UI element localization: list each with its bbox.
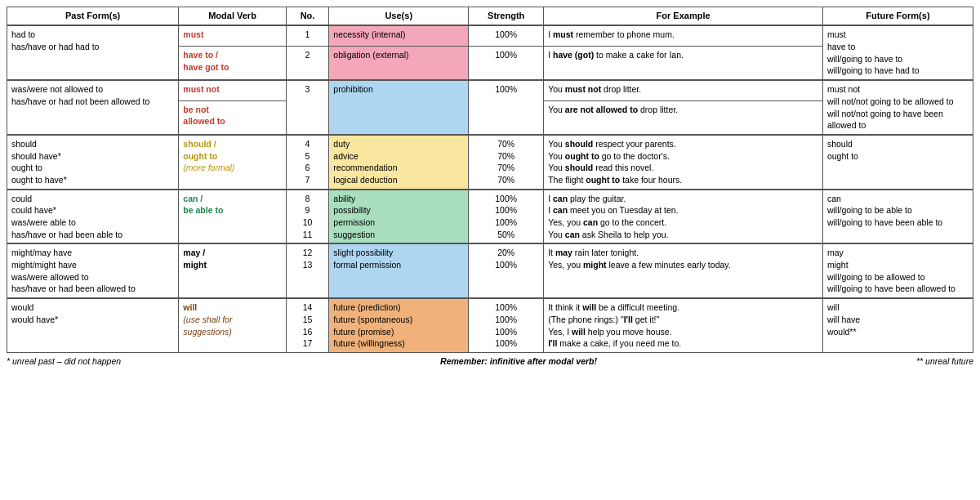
header-modal: Modal Verb xyxy=(179,7,286,26)
header-future: Future Form(s) xyxy=(822,7,973,26)
section1-future: musthave towill/going to have towill/goi… xyxy=(822,25,973,80)
section4-future: canwill/going to be able towill/going to… xyxy=(822,190,973,244)
header-uses: Use(s) xyxy=(329,7,469,26)
modal-have-to: have to /have got to xyxy=(179,46,286,80)
header-past: Past Form(s) xyxy=(7,7,179,26)
section6-past: wouldwould have* xyxy=(7,298,179,352)
modal-will: will(use shall forsuggestions) xyxy=(179,298,286,352)
header-example: For Example xyxy=(544,7,823,26)
section2-example2: You are not allowed to drop litter. xyxy=(544,100,823,135)
section2-future: must notwill not/not going to be allowed… xyxy=(822,80,973,135)
section5-future: maymightwill/going to be allowed towill/… xyxy=(822,243,973,298)
section1-past: had tohas/have or had had to xyxy=(7,25,179,80)
footer-left: * unreal past – did not happen xyxy=(7,356,121,366)
modal-must: must xyxy=(179,25,286,46)
modal-verbs-table: Past Form(s) Modal Verb No. Use(s) Stren… xyxy=(7,7,973,353)
modal-may-might: may /might xyxy=(179,243,286,298)
footer-center: Remember: infinitive after modal verb! xyxy=(121,356,916,366)
modal-should-ought: should /ought to(more formal) xyxy=(179,135,286,190)
section3-past: shouldshould have*ought toought to have* xyxy=(7,135,179,190)
section5-past: might/may havemight/might havewas/were a… xyxy=(7,243,179,298)
footer: * unreal past – did not happen Remember:… xyxy=(7,356,973,366)
footer-right: ** unreal future xyxy=(916,356,973,366)
modal-can: can /be able to xyxy=(179,190,286,244)
modal-be-not-allowed: be notallowed to xyxy=(179,100,286,135)
section3-future: shouldought to xyxy=(822,135,973,190)
section2-example1: You must not drop litter. xyxy=(544,80,823,100)
header-number: No. xyxy=(286,7,329,26)
section6-future: willwill havewould** xyxy=(822,298,973,352)
modal-must-not: must not xyxy=(179,80,286,100)
header-strength: Strength xyxy=(469,7,544,26)
section4-past: couldcould have*was/were able tohas/have… xyxy=(7,190,179,244)
section2-past: was/were not allowed tohas/have or had n… xyxy=(7,80,179,135)
